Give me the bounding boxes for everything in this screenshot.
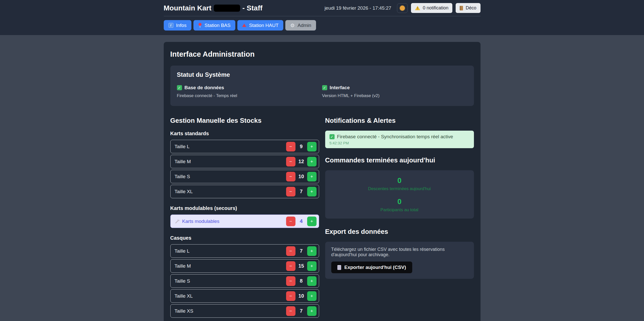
app-header: Mountain Kart - Staff jeudi 19 février 2… [0,0,644,35]
status-interface-label: Interface [330,85,350,90]
stock-section-title: Gestion Manuelle des Stocks [170,117,319,125]
export-section-title: Export des données [325,228,474,236]
stock-item-label: Taille XL [175,293,286,299]
check-icon: ✓ [322,85,327,90]
datetime-text: jeudi 19 février 2026 - 17:45:27 [324,5,391,11]
decrease-button[interactable]: − [286,172,295,181]
stock-count: 10 [295,174,307,179]
stock-count: 7 [295,248,307,254]
decrease-button[interactable]: − [286,261,295,271]
notifications-button[interactable]: ! 0 notification [411,3,452,13]
tab-station-bas[interactable]: Station BAS [193,20,235,30]
stock-row-casque-l: Taille L − 7 + [170,244,319,258]
theme-toggle-button[interactable] [397,3,408,13]
stat-descentes: 0 Descentes terminées aujourd'hui [332,176,467,191]
alert-message: Firebase connecté - Synchronisation temp… [337,134,453,140]
export-csv-button[interactable]: Exporter aujourd'hui (CSV) [331,262,412,273]
stock-group-casques: Casques Taille L − 7 + Taille M − 15 + T… [170,235,319,318]
tab-station-bas-label: Station BAS [205,23,230,28]
tab-admin-label: Admin [298,23,311,28]
tab-infos-label: Infos [176,23,187,28]
stock-item-label: Taille S [175,174,286,179]
decrease-button[interactable]: − [286,142,295,151]
status-interface-detail: Version HTML + Firebase (v2) [322,93,467,98]
header-actions: jeudi 19 février 2026 - 17:45:27 ! 0 not… [324,3,480,13]
stat-descentes-label: Descentes terminées aujourd'hui [332,186,467,191]
tab-station-haut[interactable]: Station HAUT [237,20,283,30]
stock-item-label: Taille L [175,144,286,149]
increase-button[interactable]: + [307,217,317,226]
increase-button[interactable]: + [307,291,317,301]
main-nav: i Infos Station BAS Station HAUT ⚙ Admin [164,16,481,35]
status-database-label: Base de données [185,85,224,90]
status-item-database: ✓ Base de données Firebase connecté - Te… [177,85,322,98]
stock-group-karts-standards: Karts standards Taille L − 9 + Taille M … [170,131,319,198]
decrease-button[interactable]: − [286,276,295,286]
export-csv-button-label: Exporter aujourd'hui (CSV) [344,265,406,270]
stock-count: 4 [295,218,307,224]
decrease-button[interactable]: − [286,306,295,316]
increase-button[interactable]: + [307,261,317,271]
stock-group-title: Karts standards [170,131,319,136]
stock-row-casque-m: Taille M − 15 + [170,259,319,273]
decrease-button[interactable]: − [286,217,295,226]
stat-participants: 0 Participants au total [332,197,467,212]
stat-descentes-value: 0 [332,176,467,185]
logout-button[interactable]: Déco [456,3,480,13]
stock-row-kart-s: Taille S − 10 + [170,170,319,183]
stock-count: 8 [295,278,307,284]
stock-item-label: Taille XS [175,308,286,314]
warning-icon: ! [415,6,420,10]
status-item-interface: ✓ Interface Version HTML + Firebase (v2) [322,85,467,98]
tab-admin[interactable]: ⚙ Admin [285,20,316,30]
increase-button[interactable]: + [307,276,317,286]
stat-participants-value: 0 [332,197,467,206]
system-status-title: Statut du Système [177,71,467,78]
increase-button[interactable]: + [307,157,317,166]
stock-row-casque-xs: Taille XS − 7 + [170,304,319,318]
stock-count: 10 [295,293,307,299]
right-column: Notifications & Alertes ✓ Firebase conne… [325,117,474,279]
admin-panel: Interface Administration Statut du Systè… [164,42,481,321]
check-icon: ✓ [177,85,182,90]
stock-group-title: Karts modulables (secours) [170,205,319,211]
stat-participants-label: Participants au total [332,207,467,212]
stock-count: 7 [295,189,307,194]
stock-row-casque-xl: Taille XL − 10 + [170,289,319,303]
decrease-button[interactable]: − [286,291,295,301]
increase-button[interactable]: + [307,246,317,256]
notifications-section-title: Notifications & Alertes [325,117,474,125]
increase-button[interactable]: + [307,306,317,316]
door-icon [460,6,463,10]
stock-row-casque-s: Taille S − 8 + [170,274,319,288]
sun-icon [400,6,405,11]
orders-section-title: Commandes terminées aujourd'hui [325,156,474,164]
app-title-left: Mountain Kart [164,4,211,12]
stock-item-label: Taille XL [175,189,286,194]
logout-button-label: Déco [466,5,476,11]
decrease-button[interactable]: − [286,187,295,196]
increase-button[interactable]: + [307,187,317,196]
decrease-button[interactable]: − [286,246,295,256]
increase-button[interactable]: + [307,142,317,151]
stock-item-label: Taille L [175,248,286,254]
redacted-name [214,5,240,12]
stock-count: 9 [295,144,307,149]
notifications-button-label: 0 notification [423,5,448,11]
system-status-card: Statut du Système ✓ Base de données Fire… [170,66,474,106]
tab-infos[interactable]: i Infos [164,20,191,30]
app-title: Mountain Kart - Staff [164,4,263,12]
stock-item-label: Taille M [175,159,286,164]
increase-button[interactable]: + [307,172,317,181]
triangle-icon [242,24,246,27]
stock-row-kart-l: Taille L − 9 + [170,140,319,153]
decrease-button[interactable]: − [286,157,295,166]
stock-row-karts-modulables: Karts modulables − 4 + [170,215,319,228]
app-title-right: - Staff [242,4,262,12]
page-title: Interface Administration [170,50,474,58]
stock-group-title: Casques [170,235,319,241]
stock-count: 12 [295,159,307,164]
pin-icon [198,23,202,28]
stock-row-kart-xl: Taille XL − 7 + [170,185,319,198]
stock-column: Gestion Manuelle des Stocks Karts standa… [170,117,319,321]
